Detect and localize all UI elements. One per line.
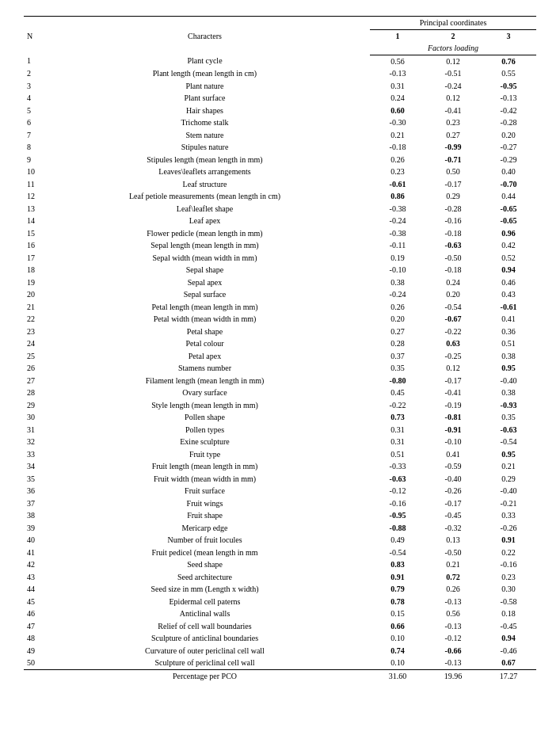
row-n: 46	[24, 608, 40, 620]
row-char: Stipules length (mean length in mm)	[40, 154, 370, 166]
row-val-3: 0.35	[481, 411, 536, 424]
row-val-1: -0.24	[370, 215, 425, 227]
row-val-2: -0.51	[425, 67, 481, 80]
table-row: 30Pollen shape0.73-0.810.35	[24, 411, 536, 424]
row-char: Sepal surface	[40, 288, 370, 301]
table-row: 32Exine sculpture0.31-0.10-0.54	[24, 436, 536, 448]
col-characters-header: Characters	[40, 17, 370, 43]
row-val-1: 0.24	[370, 92, 425, 105]
row-val-1: 0.10	[370, 632, 425, 645]
row-val-1: 0.27	[370, 326, 425, 338]
row-val-2: -0.22	[425, 326, 481, 338]
row-val-1: -0.30	[370, 116, 425, 129]
row-char: Flower pedicle (mean length in mm)	[40, 227, 370, 240]
row-n: 28	[24, 387, 40, 399]
row-val-2: 0.12	[425, 55, 481, 67]
table-row: 16Sepal length (mean length in mm)-0.11-…	[24, 239, 536, 252]
row-n: 13	[24, 203, 40, 215]
row-val-3: -0.65	[481, 203, 536, 215]
row-val-2: -0.63	[425, 239, 481, 252]
row-n: 44	[24, 583, 40, 596]
row-val-3: -0.54	[481, 436, 536, 448]
row-val-2: -0.59	[425, 460, 481, 473]
row-val-3: -0.16	[481, 558, 536, 571]
row-val-2: -0.81	[425, 411, 481, 424]
row-val-3: 0.20	[481, 129, 536, 142]
row-n: 48	[24, 632, 40, 645]
row-val-3: 0.22	[481, 547, 536, 559]
table-row: 13Leaf\leaflet shape-0.38-0.28-0.65	[24, 203, 536, 215]
row-char: Plant cycle	[40, 55, 370, 67]
row-char: Leaf petiole measurements (mean length i…	[40, 190, 370, 203]
table-row: 7Stem nature0.210.270.20	[24, 129, 536, 142]
row-val-1: 0.19	[370, 252, 425, 265]
row-val-1: 0.26	[370, 154, 425, 166]
row-val-3: -0.26	[481, 522, 536, 535]
row-val-1: 0.28	[370, 337, 425, 350]
row-char: Sepal width (mean width in mm)	[40, 252, 370, 265]
row-char: Petal colour	[40, 337, 370, 350]
row-val-2: -0.17	[425, 375, 481, 387]
row-val-1: 0.26	[370, 301, 425, 314]
row-val-1: 0.35	[370, 362, 425, 375]
row-val-3: 0.46	[481, 276, 536, 289]
row-val-1: -0.11	[370, 239, 425, 252]
row-val-1: 0.91	[370, 571, 425, 584]
row-val-2: -0.66	[425, 645, 481, 657]
table-row: 41Fruit pedicel (mean length in mm-0.54-…	[24, 547, 536, 559]
row-val-3: -0.40	[481, 485, 536, 497]
row-char: Sepal length (mean length in mm)	[40, 239, 370, 252]
table-row: 6Trichome stalk-0.300.23-0.28	[24, 116, 536, 129]
row-val-2: -0.28	[425, 203, 481, 215]
row-val-2: -0.54	[425, 301, 481, 314]
footer-label: Percentage per PCO	[40, 669, 370, 682]
row-val-3: -0.42	[481, 105, 536, 117]
row-val-1: 0.73	[370, 411, 425, 424]
row-val-2: 0.13	[425, 534, 481, 547]
table-row: 46Anticlinal walls0.150.560.18	[24, 608, 536, 620]
row-val-1: 0.74	[370, 645, 425, 657]
footer-v3: 17.27	[481, 669, 536, 682]
row-val-3: -0.95	[481, 80, 536, 93]
col2-header: 2	[425, 29, 481, 42]
table-row: 20Sepal surface-0.240.200.43	[24, 288, 536, 301]
row-val-3: 0.38	[481, 350, 536, 363]
table-row: 10Leaves\leaflets arrangements0.230.500.…	[24, 166, 536, 178]
row-val-1: 0.60	[370, 105, 425, 117]
row-val-3: -0.40	[481, 375, 536, 387]
table-row: 25Petal apex0.37-0.250.38	[24, 350, 536, 363]
table-row: 15Flower pedicle (mean length in mm)-0.3…	[24, 227, 536, 240]
row-n: 32	[24, 436, 40, 448]
row-val-1: -0.88	[370, 522, 425, 535]
table-row: 23Petal shape0.27-0.220.36	[24, 326, 536, 338]
row-char: Number of fruit locules	[40, 534, 370, 547]
table-row: 19Sepal apex0.380.240.46	[24, 276, 536, 289]
row-val-1: -0.63	[370, 473, 425, 486]
table-row: 37Fruit wings-0.16-0.17-0.21	[24, 497, 536, 510]
row-char: Fruit shape	[40, 509, 370, 522]
row-n: 39	[24, 522, 40, 535]
row-char: Stamens number	[40, 362, 370, 375]
row-val-3: 0.42	[481, 239, 536, 252]
table-row: 27Filament length (mean length in mm)-0.…	[24, 375, 536, 387]
row-val-3: 0.55	[481, 67, 536, 80]
table-row: 45Epidermal cell paterns0.78-0.13-0.58	[24, 596, 536, 608]
row-val-1: 0.31	[370, 424, 425, 436]
row-char: Petal length (mean length in mm)	[40, 301, 370, 314]
table-row: 1Plant cycle0.560.120.76	[24, 55, 536, 67]
row-val-3: 0.18	[481, 608, 536, 620]
table-body: 1Plant cycle0.560.120.762Plant length (m…	[24, 55, 536, 669]
row-val-3: 0.23	[481, 571, 536, 584]
row-val-3: 0.91	[481, 534, 536, 547]
row-char: Fruit surface	[40, 485, 370, 497]
footer-v1: 31.60	[370, 669, 425, 682]
table-row: 11Leaf structure-0.61-0.17-0.70	[24, 178, 536, 191]
row-val-2: -0.10	[425, 436, 481, 448]
row-val-3: -0.58	[481, 596, 536, 608]
table-row: 43Seed architecture0.910.720.23	[24, 571, 536, 584]
row-n: 42	[24, 558, 40, 571]
row-n: 15	[24, 227, 40, 240]
row-val-2: 0.56	[425, 608, 481, 620]
row-n: 30	[24, 411, 40, 424]
col-n-header: N	[24, 17, 40, 43]
